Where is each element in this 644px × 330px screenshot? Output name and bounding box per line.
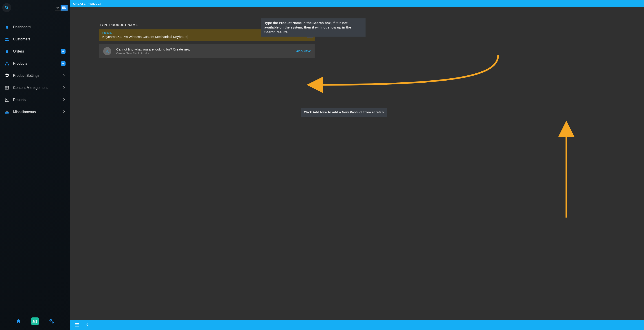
sidebar-item-content-management[interactable]: Content Management: [0, 82, 70, 94]
main-area: CREATE PRODUCT TYPE PRODUCT NAME Product…: [70, 0, 644, 330]
chevron-right-icon: [62, 98, 66, 102]
chevron-left-icon: [85, 323, 89, 327]
add-new-button[interactable]: ADD NEW: [296, 50, 310, 53]
chevron-right-icon: [62, 110, 66, 114]
product-placeholder-icon: [103, 47, 111, 55]
sidebar-item-product-settings[interactable]: Product Settings: [0, 70, 70, 82]
shapes-icon: [4, 110, 10, 115]
sidebar-item-label: Content Management: [13, 86, 48, 90]
svg-rect-6: [6, 62, 8, 63]
sidebar-item-label: Customers: [13, 37, 30, 41]
settings-shortcut[interactable]: [48, 317, 56, 325]
callout-search: Type the Product Name in the Search box,…: [261, 19, 366, 37]
sidebar-item-label: Products: [13, 62, 27, 66]
chart-icon: [4, 97, 10, 102]
bottombar: [70, 320, 644, 330]
svg-marker-14: [6, 110, 8, 112]
back-button[interactable]: [85, 323, 89, 327]
lang-bangla[interactable]: বাং: [55, 5, 60, 11]
page-title: CREATE PRODUCT: [73, 2, 102, 6]
svg-rect-11: [6, 86, 9, 89]
content: TYPE PRODUCT NAME Product Keychron K3 Pr…: [70, 7, 644, 320]
sidebar-item-customers[interactable]: Customers: [0, 33, 70, 45]
sidebar-item-orders[interactable]: Orders: [0, 45, 70, 58]
svg-point-19: [50, 320, 51, 321]
search-button[interactable]: [2, 3, 11, 12]
sitemap-icon: [4, 61, 10, 66]
svg-point-2: [6, 38, 7, 39]
add-product-button[interactable]: [61, 61, 66, 66]
shopping-bag-icon: [4, 49, 10, 54]
chevron-right-icon: [62, 86, 66, 90]
users-icon: [4, 37, 10, 42]
menu-button[interactable]: [74, 322, 80, 327]
sidebar-item-label: Product Settings: [13, 74, 39, 78]
svg-rect-7: [5, 64, 6, 65]
user-badge[interactable]: MS: [31, 317, 39, 325]
home-shortcut[interactable]: [14, 317, 22, 325]
add-order-button[interactable]: [61, 49, 66, 54]
svg-line-1: [8, 8, 8, 9]
hamburger-icon: [74, 322, 80, 327]
sidebar: বাং EN Dashboard Customers: [0, 0, 70, 330]
sidebar-item-label: Dashboard: [13, 25, 30, 29]
sidebar-item-products[interactable]: Products: [0, 58, 70, 70]
sidebar-item-label: Miscellaneous: [13, 110, 36, 114]
language-toggle[interactable]: বাং EN: [55, 5, 68, 11]
svg-point-21: [107, 50, 108, 51]
topbar: CREATE PRODUCT: [70, 0, 644, 7]
lang-english[interactable]: EN: [60, 5, 68, 11]
home-icon: [16, 318, 21, 324]
sidebar-bottom: MS: [0, 313, 70, 330]
search-result-card: Cannot find what you are looking for? Cr…: [99, 44, 314, 58]
result-subtitle: Create New Blank Product: [116, 52, 190, 55]
sidebar-item-dashboard[interactable]: Dashboard: [0, 21, 70, 33]
svg-point-3: [8, 38, 8, 39]
user-initials: MS: [32, 319, 38, 323]
svg-rect-8: [8, 64, 9, 65]
callout-add-new: Click Add New to add a New Product from …: [301, 108, 387, 117]
svg-point-22: [106, 52, 106, 53]
sidebar-item-miscellaneous[interactable]: Miscellaneous: [0, 106, 70, 118]
svg-point-23: [108, 52, 109, 53]
gear-icon: [4, 73, 10, 78]
plus-icon: [62, 62, 64, 65]
main-nav: Dashboard Customers Orders: [0, 14, 70, 313]
home-icon: [4, 25, 10, 30]
search-icon: [4, 6, 9, 10]
svg-point-0: [5, 6, 8, 8]
svg-rect-16: [8, 112, 9, 114]
chevron-right-icon: [62, 74, 66, 78]
result-title: Cannot find what you are looking for? Cr…: [116, 47, 190, 51]
sidebar-item-label: Reports: [13, 98, 26, 102]
svg-point-15: [6, 112, 7, 114]
web-page-icon: [4, 85, 10, 90]
gears-icon: [49, 318, 54, 324]
sidebar-item-label: Orders: [13, 49, 24, 54]
sidebar-item-reports[interactable]: Reports: [0, 94, 70, 106]
svg-point-20: [52, 322, 53, 323]
plus-icon: [62, 50, 64, 53]
